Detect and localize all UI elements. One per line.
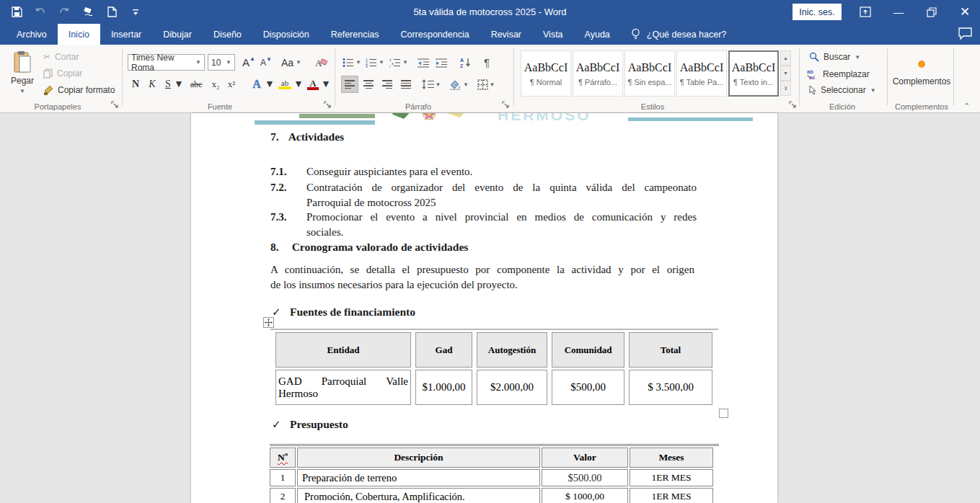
table-cell[interactable]: $ 1000,00 — [542, 488, 628, 503]
financing-table[interactable]: Entidad Gad Autogestión Comunidad Total … — [270, 329, 718, 407]
multilevel-list-button[interactable]: 1ai▼ — [388, 54, 410, 71]
header-cell[interactable]: Nº — [270, 448, 296, 468]
copy-button[interactable]: Copiar — [43, 68, 82, 79]
font-size-combobox[interactable]: 10▼ — [208, 54, 235, 71]
tab-diseno[interactable]: Diseño — [203, 24, 252, 45]
strikethrough-button[interactable]: abc — [186, 76, 206, 93]
header-cell[interactable]: Descripción — [297, 448, 540, 468]
close-button[interactable]: ✕ — [950, 0, 980, 24]
highlight-chevron[interactable]: ▼ — [294, 76, 303, 93]
table-cell[interactable]: 1ER MES — [630, 488, 713, 503]
decrease-indent-button[interactable] — [415, 54, 431, 71]
style-table-paragraph[interactable]: AaBbCcI ¶ Table Pa... — [676, 50, 727, 97]
tab-revisar[interactable]: Revisar — [480, 24, 532, 45]
shading-button[interactable]: ▼ — [448, 76, 469, 93]
tab-correspondencia[interactable]: Correspondencia — [389, 24, 480, 45]
header-cell[interactable]: Total — [629, 332, 712, 368]
tab-disposicion[interactable]: Disposición — [252, 24, 320, 45]
align-left-button[interactable] — [341, 76, 358, 93]
subscript-button[interactable]: x₂ — [208, 76, 224, 93]
collapse-ribbon-icon[interactable]: ⌃ — [963, 102, 970, 111]
tab-vista[interactable]: Vista — [532, 24, 574, 45]
paragraph-dialog-launcher[interactable] — [502, 101, 510, 109]
table-cell[interactable]: $500,00 — [552, 370, 624, 405]
underline-button[interactable]: S — [162, 76, 175, 93]
sign-in-button[interactable]: Inic. ses. — [793, 4, 842, 20]
replace-button[interactable]: abac Reemplazar — [807, 68, 870, 79]
table-cell[interactable]: $2.000,00 — [477, 370, 547, 405]
document-page[interactable]: HERMOSO 7.Actividades 7.1. Conseguir aus… — [191, 113, 777, 503]
header-cell[interactable]: Meses — [630, 448, 713, 468]
table-cell[interactable]: 1 — [270, 469, 296, 486]
tab-insertar[interactable]: Insertar — [100, 24, 152, 45]
header-cell[interactable]: Autogestión — [477, 332, 547, 368]
style-sin-espaciado[interactable]: AaBbCcI ¶ Sin espa... — [624, 50, 675, 97]
table-cell[interactable]: $ 3.500,00 — [629, 370, 712, 405]
budget-table[interactable]: Nº Descripción Valor Meses 1 Preparación… — [270, 444, 719, 503]
table-cell[interactable]: $500.00 — [542, 469, 628, 486]
styles-scroll-down[interactable]: ▼ — [780, 66, 791, 81]
ribbon-display-options-icon[interactable] — [850, 0, 880, 24]
find-button[interactable]: Buscar▼ — [809, 52, 860, 62]
text-effects-button[interactable]: A — [248, 76, 265, 93]
table-resize-handle[interactable] — [719, 409, 728, 418]
table-move-handle[interactable] — [263, 317, 274, 328]
table-cell[interactable]: 1ER MES — [630, 469, 713, 486]
table-cell[interactable]: Preparación de terreno — [297, 469, 540, 486]
increase-indent-button[interactable] — [433, 54, 449, 71]
save-icon[interactable] — [10, 6, 23, 19]
shrink-font-button[interactable]: A▼ — [258, 54, 274, 71]
cut-button[interactable]: ✂ Cortar — [43, 52, 79, 62]
font-color-button[interactable]: A — [304, 76, 322, 93]
show-paragraph-marks-button[interactable]: ¶ — [479, 54, 495, 71]
underline-options-chevron[interactable]: ▼ — [175, 76, 183, 93]
clipboard-dialog-launcher[interactable] — [111, 101, 119, 109]
align-right-button[interactable] — [379, 76, 396, 93]
highlight-color-button[interactable]: ab — [275, 76, 294, 93]
draw-eraser-icon[interactable] — [81, 6, 94, 19]
align-center-button[interactable] — [360, 76, 377, 93]
restore-button[interactable] — [917, 0, 947, 24]
tell-me-box[interactable]: ¿Qué desea hacer? — [631, 24, 727, 45]
style-parrafo[interactable]: AaBbCcI ¶ Párrafo... — [573, 50, 623, 97]
numbering-button[interactable]: 123▼ — [365, 54, 385, 71]
header-cell[interactable]: Comunidad — [552, 332, 624, 368]
addins-button[interactable]: Complementos — [890, 52, 953, 95]
format-painter-button[interactable]: Copiar formato — [43, 85, 115, 95]
table-cell[interactable]: Promoción, Cobertura, Amplificación. — [297, 488, 540, 503]
paste-button[interactable]: Pegar ▼ — [6, 50, 39, 104]
style-texto-independiente[interactable]: AaBbCcI ¶ Texto in... — [728, 50, 779, 97]
change-case-button[interactable]: Aa▼ — [280, 54, 303, 71]
tab-dibujar[interactable]: Dibujar — [152, 24, 203, 45]
document-area[interactable]: HERMOSO 7.Actividades 7.1. Conseguir aus… — [0, 113, 980, 503]
tab-referencias[interactable]: Referencias — [320, 24, 390, 45]
tab-inicio[interactable]: Inicio — [58, 24, 100, 45]
feedback-icon[interactable] — [958, 27, 972, 43]
undo-icon[interactable] — [34, 6, 47, 19]
grow-font-button[interactable]: A▲ — [241, 54, 257, 71]
style-normal[interactable]: AaBbCcI ¶ Normal — [521, 50, 571, 97]
styles-dialog-launcher[interactable] — [789, 101, 797, 109]
new-document-icon[interactable] — [105, 6, 118, 19]
header-cell[interactable]: Gad — [415, 332, 472, 368]
styles-scroll-up[interactable]: ▲ — [780, 50, 791, 66]
font-family-combobox[interactable]: Times New Roma▼ — [128, 54, 205, 71]
borders-button[interactable]: ▼ — [475, 76, 497, 93]
table-cell[interactable]: 2 — [270, 488, 296, 503]
tab-ayuda[interactable]: Ayuda — [574, 24, 621, 45]
superscript-button[interactable]: x² — [224, 76, 239, 93]
sort-button[interactable]: AZ — [457, 54, 474, 71]
justify-button[interactable] — [397, 76, 415, 93]
italic-button[interactable]: K — [146, 76, 159, 93]
customize-qat-icon[interactable] — [129, 6, 142, 19]
font-dialog-launcher[interactable] — [324, 101, 332, 109]
table-cell[interactable]: $1.000,00 — [415, 370, 472, 405]
styles-gallery-more[interactable]: ⊻ — [780, 81, 791, 96]
line-spacing-button[interactable]: ▼ — [420, 76, 442, 93]
tab-archivo[interactable]: Archivo — [6, 24, 58, 45]
font-color-chevron[interactable]: ▼ — [322, 76, 330, 93]
bullets-button[interactable]: ▼ — [342, 54, 362, 71]
clear-formatting-button[interactable]: A — [313, 54, 330, 71]
select-button[interactable]: Seleccionar▼ — [808, 85, 876, 95]
header-cell[interactable]: Valor — [542, 448, 628, 468]
